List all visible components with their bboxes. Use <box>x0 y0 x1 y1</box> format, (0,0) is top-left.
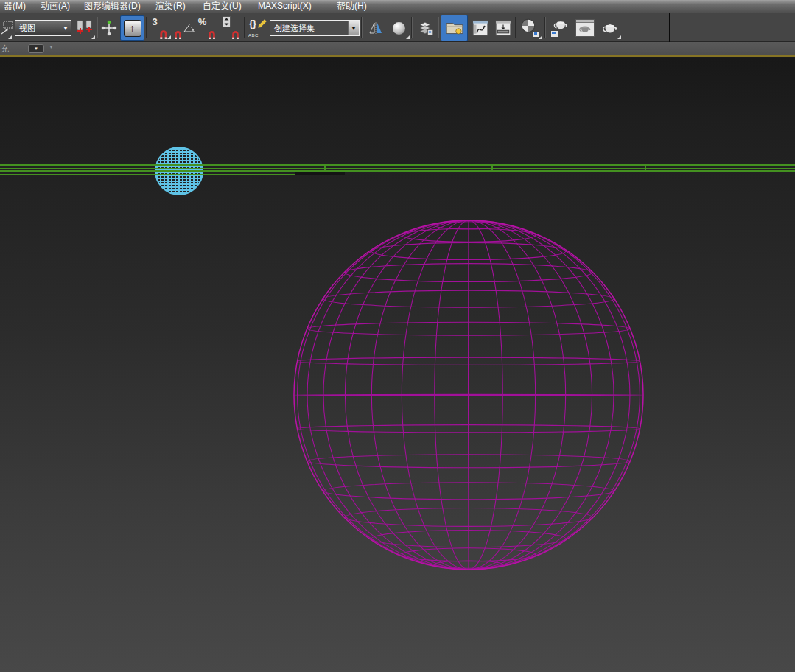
spinner-snap-toggle[interactable] <box>220 16 242 40</box>
flyout-corner <box>539 35 542 39</box>
keyboard-override-toggle[interactable]: ↑ <box>120 15 144 41</box>
toolbar-separator <box>97 17 98 38</box>
ground-grid-tick <box>491 164 493 172</box>
toolbar-separator <box>361 17 363 38</box>
ribbon-tab-label[interactable]: 充 <box>1 43 9 55</box>
ground-grid-tick <box>324 164 326 172</box>
teapot-icon <box>578 24 592 34</box>
flyout-corner <box>91 35 95 39</box>
layer-manager-button[interactable] <box>414 16 437 40</box>
use-pivot-center-icon <box>75 20 94 36</box>
percent-label: % <box>198 16 207 27</box>
window-crossing-icon <box>1 19 13 37</box>
toolbar-separator <box>544 17 546 38</box>
menu-item-rendering[interactable]: 渲染(R) <box>153 1 189 12</box>
reference-coordinate-value: 视图 <box>15 23 60 34</box>
menu-bar: 器(M) 动画(A) 图形编辑器(D) 渲染(R) 自定义(U) MAXScri… <box>0 0 795 13</box>
menu-item-customize[interactable]: 自定义(U) <box>200 1 245 12</box>
select-manipulate-button[interactable] <box>99 16 119 40</box>
toolbar-separator <box>438 17 439 38</box>
pencil-icon <box>256 18 267 30</box>
menu-item-modifiers[interactable]: 器(M) <box>1 1 29 12</box>
flyout-corner <box>167 35 171 39</box>
window-crossing-button[interactable] <box>0 16 13 40</box>
chevron-down-icon[interactable]: ▼ <box>348 21 359 35</box>
up-arrow-icon: ↑ <box>130 23 135 33</box>
snap-3d-toggle[interactable]: 3 <box>149 16 172 40</box>
menu-item-animation[interactable]: 动画(A) <box>38 1 73 12</box>
use-pivot-center-button[interactable] <box>73 16 96 40</box>
chevron-down-icon[interactable]: ▼ <box>60 25 71 32</box>
magnet-icon <box>231 30 240 40</box>
abc-glyph: ABC <box>248 33 259 38</box>
angle-snap-toggle[interactable] <box>172 16 195 40</box>
ground-plane-edge <box>0 164 795 166</box>
edit-selection-sets-button[interactable]: {} ABC <box>247 16 269 40</box>
ground-grid-tick <box>645 164 646 172</box>
setup-dialog-icon <box>550 30 558 38</box>
toolbar-separator <box>411 17 413 38</box>
folder-icon <box>445 20 464 36</box>
render-button[interactable] <box>598 16 622 40</box>
layers-icon <box>418 20 434 36</box>
select-manipulate-icon <box>100 19 118 37</box>
spinner-icon <box>223 16 231 27</box>
menu-item-help[interactable]: 帮助(H) <box>334 1 370 12</box>
flyout-corner <box>406 35 410 39</box>
ribbon-strip: 充 ▼ ▼ <box>0 42 795 57</box>
schematic-view-button[interactable] <box>492 16 514 40</box>
3ds-max-window: 器(M) 动画(A) 图形编辑器(D) 渲染(R) 自定义(U) MAXScri… <box>0 0 795 672</box>
menu-item-maxscript[interactable]: MAXScript(X) <box>255 1 315 12</box>
teapot-icon <box>552 18 570 31</box>
main-toolbar: 视图 ▼ <box>0 13 795 42</box>
selection-set-value: 创建选择集 <box>270 23 348 34</box>
keyboard-key-icon: ↑ <box>124 20 141 37</box>
magnet-icon <box>173 30 183 40</box>
percent-snap-toggle[interactable]: % <box>196 16 219 40</box>
ribbon-options-caret[interactable]: ▼ <box>49 44 54 49</box>
flyout-corner <box>617 35 621 39</box>
material-editor-button[interactable] <box>518 16 543 40</box>
curve-editor-button[interactable] <box>469 16 491 40</box>
mirror-icon <box>368 21 384 35</box>
viewport[interactable] <box>0 58 795 672</box>
schematic-view-icon <box>495 20 511 36</box>
toolbar-separator <box>244 17 245 38</box>
ground-plane-edge <box>0 170 795 172</box>
rendered-frame-button[interactable] <box>573 16 597 40</box>
ground-plane-edge <box>0 168 795 169</box>
frame-window-icon <box>575 19 595 37</box>
ground-edge-shadow <box>295 172 345 175</box>
render-setup-button[interactable] <box>548 16 572 40</box>
align-button[interactable] <box>388 16 410 40</box>
toolbar-separator <box>146 17 147 38</box>
ribbon-minimize-button[interactable]: ▼ <box>28 44 44 53</box>
menu-item-graph-editors[interactable]: 图形编辑器(D) <box>81 1 144 12</box>
ground-plane-edge <box>0 174 317 175</box>
snap-3d-label: 3 <box>152 16 157 27</box>
reference-coordinate-dropdown[interactable]: 视图 ▼ <box>15 20 71 36</box>
angle-icon <box>183 22 195 34</box>
scene-explorer-toggle[interactable] <box>441 15 468 41</box>
mirror-button[interactable] <box>364 16 387 40</box>
toolbar-separator <box>515 17 516 38</box>
curve-editor-icon <box>472 20 488 36</box>
flyout-corner <box>8 35 12 39</box>
selection-set-combo[interactable]: 创建选择集 ▼ <box>270 20 360 36</box>
sphere-large[interactable] <box>290 216 648 574</box>
teapot-icon <box>600 21 620 35</box>
magnet-icon <box>207 30 217 40</box>
align-sphere-icon <box>393 22 405 35</box>
toolbar-panel-edge <box>669 13 670 42</box>
